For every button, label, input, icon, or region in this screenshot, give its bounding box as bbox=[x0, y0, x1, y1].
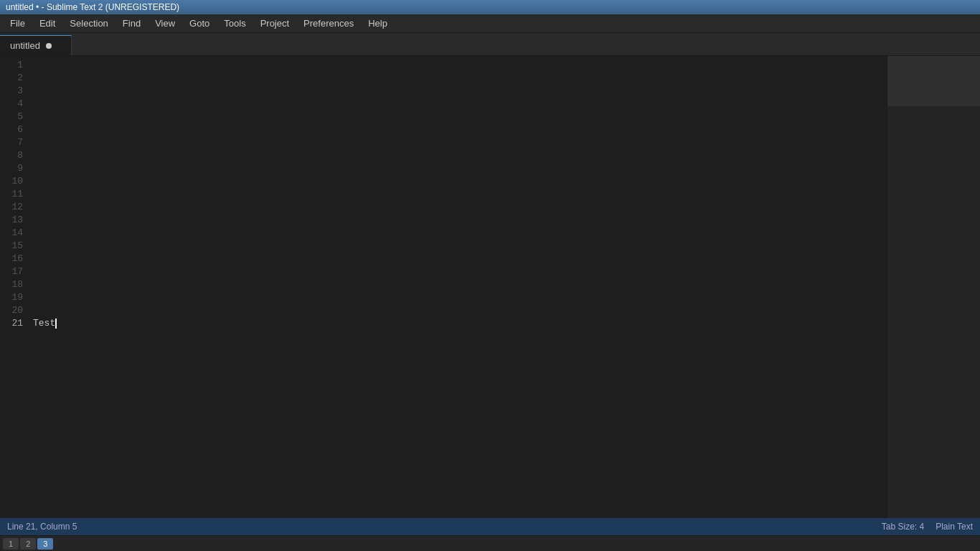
menu-item-preferences[interactable]: Preferences bbox=[296, 16, 361, 31]
status-left: Line 21, Column 5 bbox=[7, 522, 77, 532]
line-number-19: 19 bbox=[7, 291, 23, 304]
menu-item-project[interactable]: Project bbox=[253, 16, 296, 31]
line-number-13: 13 bbox=[7, 214, 23, 227]
editor-line-1 bbox=[33, 59, 887, 72]
status-syntax: Plain Text bbox=[936, 522, 973, 532]
editor-line-21: Test bbox=[33, 317, 887, 330]
line-number-8: 8 bbox=[7, 149, 23, 162]
line-numbers: 123456789101112131415161718192021 bbox=[0, 56, 30, 518]
status-tab-size: Tab Size: 4 bbox=[882, 522, 924, 532]
menu-bar: FileEditSelectionFindViewGotoToolsProjec… bbox=[0, 14, 980, 33]
editor-line-18 bbox=[33, 278, 887, 291]
line-number-14: 14 bbox=[7, 227, 23, 240]
line-number-10: 10 bbox=[7, 175, 23, 188]
title-bar: untitled • - Sublime Text 2 (UNREGISTERE… bbox=[0, 0, 980, 14]
line-number-9: 9 bbox=[7, 162, 23, 175]
menu-item-tools[interactable]: Tools bbox=[217, 16, 253, 31]
editor-line-10 bbox=[33, 175, 887, 188]
tab-bar: untitled bbox=[0, 33, 980, 56]
editor-line-16 bbox=[33, 253, 887, 265]
tab-label: untitled bbox=[10, 40, 40, 51]
bottom-tab-1[interactable]: 1 bbox=[3, 538, 19, 550]
editor-line-14 bbox=[33, 227, 887, 240]
menu-item-find[interactable]: Find bbox=[116, 16, 148, 31]
menu-item-view[interactable]: View bbox=[148, 16, 182, 31]
tab-modified-indicator bbox=[46, 43, 52, 49]
editor-line-9 bbox=[33, 162, 887, 175]
line-number-17: 17 bbox=[7, 265, 23, 278]
editor-line-15 bbox=[33, 240, 887, 253]
editor-line-17 bbox=[33, 265, 887, 278]
editor-line-11 bbox=[33, 188, 887, 201]
status-bar: Line 21, Column 5 Tab Size: 4 Plain Text bbox=[0, 518, 980, 535]
line-number-5: 5 bbox=[7, 110, 23, 123]
menu-item-goto[interactable]: Goto bbox=[182, 16, 217, 31]
bottom-tabs: 123 bbox=[0, 535, 980, 551]
editor-line-3 bbox=[33, 85, 887, 98]
tab-untitled[interactable]: untitled bbox=[0, 35, 72, 55]
text-cursor bbox=[55, 319, 57, 329]
editor-container: 123456789101112131415161718192021 Test bbox=[0, 56, 980, 518]
status-position: Line 21, Column 5 bbox=[7, 522, 77, 532]
editor-line-5 bbox=[33, 110, 887, 123]
minimap bbox=[887, 56, 980, 518]
line-number-15: 15 bbox=[7, 240, 23, 253]
editor-line-6 bbox=[33, 123, 887, 136]
editor-line-13 bbox=[33, 214, 887, 227]
menu-item-help[interactable]: Help bbox=[361, 16, 395, 31]
line-number-12: 12 bbox=[7, 201, 23, 214]
editor-content[interactable]: Test bbox=[30, 56, 887, 518]
menu-item-file[interactable]: File bbox=[3, 16, 32, 31]
line-number-7: 7 bbox=[7, 136, 23, 149]
editor-line-4 bbox=[33, 98, 887, 110]
title-bar-text: untitled • - Sublime Text 2 (UNREGISTERE… bbox=[6, 2, 179, 12]
line-number-16: 16 bbox=[7, 253, 23, 265]
menu-item-selection[interactable]: Selection bbox=[62, 16, 115, 31]
line-number-18: 18 bbox=[7, 278, 23, 291]
line-number-1: 1 bbox=[7, 59, 23, 72]
line-number-4: 4 bbox=[7, 98, 23, 110]
minimap-viewport bbox=[887, 56, 980, 106]
editor-line-2 bbox=[33, 72, 887, 85]
editor-line-19 bbox=[33, 291, 887, 304]
line-number-20: 20 bbox=[7, 304, 23, 317]
editor-line-20 bbox=[33, 304, 887, 317]
bottom-tab-3[interactable]: 3 bbox=[37, 538, 53, 550]
editor-line-7 bbox=[33, 136, 887, 149]
line-number-11: 11 bbox=[7, 188, 23, 201]
menu-item-edit[interactable]: Edit bbox=[32, 16, 62, 31]
status-right: Tab Size: 4 Plain Text bbox=[882, 522, 973, 532]
bottom-tab-2[interactable]: 2 bbox=[20, 538, 36, 550]
line-number-21: 21 bbox=[7, 317, 23, 330]
editor-line-8 bbox=[33, 149, 887, 162]
line-number-2: 2 bbox=[7, 72, 23, 85]
line-number-6: 6 bbox=[7, 123, 23, 136]
line-number-3: 3 bbox=[7, 85, 23, 98]
editor-line-12 bbox=[33, 201, 887, 214]
